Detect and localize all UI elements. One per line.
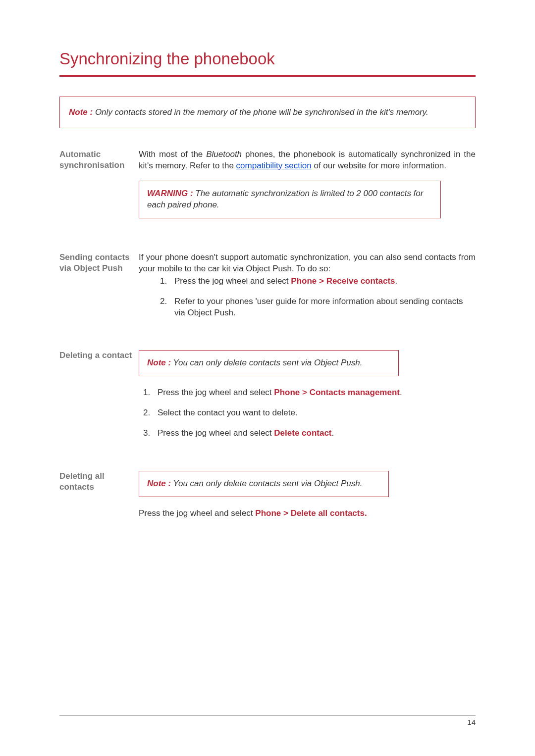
text-fragment: With most of the [139, 150, 206, 159]
note-text: Only contacts stored in the memory of th… [93, 107, 428, 117]
delete-all-instruction: Press the jog wheel and select Phone > D… [139, 508, 476, 519]
warning-label: WARNING : [147, 189, 193, 198]
bluetooth-word: Bluetooth [206, 150, 242, 159]
note-text: You can only delete contacts sent via Ob… [171, 358, 362, 367]
note-box-delete: Note : You can only delete contacts sent… [139, 350, 399, 376]
note-label: Note : [147, 479, 171, 488]
text-fragment: Press the jog wheel and select [158, 388, 274, 397]
page-title: Synchronizing the phonebook [59, 50, 476, 68]
menu-path: Phone > Delete all contacts. [255, 508, 367, 518]
menu-path: Phone > Receive contacts [291, 276, 395, 286]
text-fragment: Press the jog wheel and select [158, 428, 274, 438]
side-label-object-push: Sending contacts via Object Push [59, 252, 139, 328]
title-underline [59, 75, 476, 77]
text-fragment: . [395, 276, 398, 286]
list-item: Refer to your phones 'user guide for mor… [169, 296, 476, 319]
text-fragment: Press the jog wheel and select [174, 276, 291, 286]
note-label: Note : [69, 107, 93, 117]
list-item: Select the contact you want to delete. [153, 407, 476, 419]
object-push-intro: If your phone doesn't support automatic … [139, 252, 476, 275]
list-item: Press the jog wheel and select Phone > C… [153, 387, 476, 399]
text-fragment: Press the jog wheel and select [139, 508, 255, 518]
page-footer: 14 [59, 715, 476, 726]
top-note-box: Note : Only contacts stored in the memor… [59, 97, 476, 128]
delete-contact-steps: Press the jog wheel and select Phone > C… [153, 387, 476, 439]
note-box-delete-all: Note : You can only delete contacts sent… [139, 471, 389, 497]
menu-path: Phone > Contacts management [274, 388, 400, 397]
note-label: Note : [147, 358, 171, 367]
page-number: 14 [467, 718, 476, 726]
side-label-delete-all: Deleting all contacts [59, 471, 139, 528]
compatibility-link[interactable]: compatibility section [236, 161, 312, 170]
section-automatic: Automatic synchronisation With most of t… [59, 149, 476, 229]
warning-box: WARNING : The automatic synchronization … [139, 181, 441, 218]
auto-sync-paragraph: With most of the Bluetooth phones, the p… [139, 149, 476, 172]
list-item: Press the jog wheel and select Phone > R… [169, 276, 476, 287]
note-text: You can only delete contacts sent via Ob… [171, 479, 362, 488]
section-object-push: Sending contacts via Object Push If your… [59, 252, 476, 328]
text-fragment: . [332, 428, 334, 438]
object-push-steps: Press the jog wheel and select Phone > R… [169, 276, 476, 319]
text-fragment: . [400, 388, 402, 397]
side-label-delete-contact: Deleting a contact [59, 350, 139, 448]
menu-path: Delete contact [274, 428, 331, 438]
section-delete-all: Deleting all contacts Note : You can onl… [59, 471, 476, 528]
section-delete-contact: Deleting a contact Note : You can only d… [59, 350, 476, 448]
list-item: Press the jog wheel and select Delete co… [153, 428, 476, 439]
side-label-automatic: Automatic synchronisation [59, 149, 139, 229]
text-fragment: of our website for more information. [312, 161, 446, 170]
